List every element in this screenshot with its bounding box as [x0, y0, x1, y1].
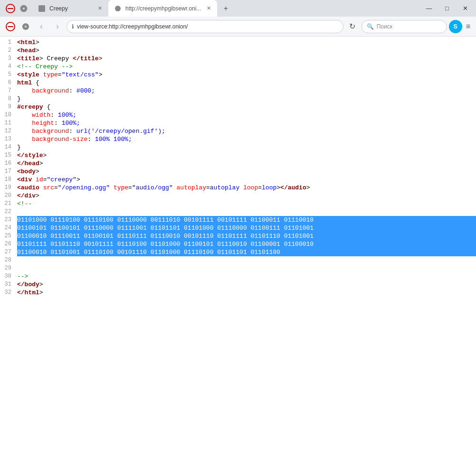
line-content: <html> — [17, 38, 476, 47]
reload-button[interactable]: ↻ — [345, 19, 360, 34]
line-number: 20 — [0, 192, 17, 200]
source-line-29: 29 — [0, 264, 476, 272]
content-area: 1<html>2<head>3<title> Creepy </title>4<… — [0, 37, 476, 468]
line-content: height: 100%; — [17, 119, 476, 127]
svg-point-2 — [23, 8, 25, 9]
line-number: 13 — [0, 135, 17, 143]
line-content: <body> — [17, 168, 476, 176]
line-number: 24 — [0, 224, 17, 232]
titlebar: Creepy ✕ http://creepymhpgibsewr.oni... … — [0, 0, 476, 17]
line-number: 29 — [0, 264, 17, 272]
nav-extension-icon[interactable] — [19, 20, 32, 33]
line-number: 27 — [0, 248, 17, 256]
tab-creepy-inactive[interactable]: Creepy ✕ — [32, 0, 108, 17]
close-button[interactable]: ✕ — [458, 3, 472, 14]
tab-url-active[interactable]: http://creepymhpgibsewr.oni... ✕ — [108, 0, 217, 17]
line-content: <audio src="/opening.ogg" type="audio/og… — [17, 184, 476, 192]
navbar: ‹ › ℹ view-source:http://creepymhpgibsew… — [0, 17, 476, 37]
source-line-28: 28 — [0, 256, 476, 264]
address-bar[interactable]: ℹ view-source:http://creepymhpgibsewr.on… — [67, 20, 343, 33]
line-number: 17 — [0, 168, 17, 176]
line-content: } — [17, 143, 476, 151]
line-content: 01100010 01110011 01100101 01110111 0111… — [17, 232, 476, 240]
source-line-3: 3<title> Creepy </title> — [0, 55, 476, 63]
svg-rect-3 — [38, 5, 45, 12]
line-content: background: #000; — [17, 87, 476, 95]
svg-point-7 — [25, 26, 27, 28]
source-line-14: 14} — [0, 143, 476, 151]
source-line-10: 10 width: 100%; — [0, 111, 476, 119]
source-line-15: 15</style> — [0, 151, 476, 159]
source-line-18: 18<div id="creepy"> — [0, 176, 476, 184]
line-number: 21 — [0, 200, 17, 208]
menu-button[interactable]: ≡ — [464, 20, 472, 33]
search-bar[interactable]: 🔍 Поиск — [362, 20, 447, 33]
address-text: view-source:http://creepymhpgibsewr.onio… — [77, 23, 338, 30]
tab-title-creepy: Creepy — [49, 5, 92, 12]
skype-icon[interactable]: S — [449, 20, 462, 33]
line-content — [17, 256, 476, 264]
line-content: <title> Creepy </title> — [17, 55, 476, 63]
svg-point-4 — [115, 6, 121, 11]
line-content: width: 100%; — [17, 111, 476, 119]
favicon-creepy — [38, 5, 46, 12]
line-content: 01100101 01100101 01110000 01111001 0110… — [17, 224, 476, 232]
line-content — [17, 208, 476, 216]
new-tab-button[interactable]: + — [219, 2, 232, 15]
line-number: 14 — [0, 143, 17, 151]
line-content: background: url('/creepy/open.gif'); — [17, 127, 476, 135]
search-placeholder: Поиск — [377, 23, 392, 30]
back-button[interactable]: ‹ — [34, 19, 48, 34]
source-line-2: 2<head> — [0, 47, 476, 55]
line-content: </html> — [17, 289, 476, 297]
line-number: 1 — [0, 38, 17, 47]
blocked-icon — [4, 2, 17, 15]
search-icon: 🔍 — [367, 23, 374, 30]
line-number: 3 — [0, 55, 17, 63]
favicon-url — [114, 5, 122, 12]
line-number: 5 — [0, 71, 17, 79]
source-line-24: 2401100101 01100101 01110000 01111001 01… — [0, 224, 476, 232]
tab-close-creepy[interactable]: ✕ — [96, 5, 104, 12]
line-number: 31 — [0, 281, 17, 289]
source-line-21: 21<!-- — [0, 200, 476, 208]
source-line-17: 17<body> — [0, 168, 476, 176]
line-content: 01101000 01110100 01110100 01110000 0011… — [17, 216, 476, 224]
forward-button[interactable]: › — [50, 19, 65, 34]
window-controls: — □ ✕ — [422, 3, 472, 14]
line-content: <div id="creepy"> — [17, 176, 476, 184]
line-content — [17, 264, 476, 272]
source-line-11: 11 height: 100%; — [0, 119, 476, 127]
line-content: </head> — [17, 159, 476, 168]
line-content: </div> — [17, 192, 476, 200]
line-number: 7 — [0, 87, 17, 95]
maximize-button[interactable]: □ — [440, 3, 454, 14]
info-icon: ℹ — [72, 23, 74, 30]
line-number: 6 — [0, 79, 17, 87]
source-line-31: 31</body> — [0, 281, 476, 289]
source-line-16: 16</head> — [0, 159, 476, 168]
source-line-6: 6html { — [0, 79, 476, 87]
source-view[interactable]: 1<html>2<head>3<title> Creepy </title>4<… — [0, 37, 476, 468]
source-line-9: 9#creepy { — [0, 103, 476, 111]
source-line-32: 32</html> — [0, 289, 476, 297]
line-number: 2 — [0, 47, 17, 55]
line-number: 4 — [0, 63, 17, 71]
extension-icon[interactable] — [17, 2, 30, 15]
line-number: 11 — [0, 119, 17, 127]
source-line-13: 13 background-size: 100% 100%; — [0, 135, 476, 143]
nav-blocked-icon[interactable] — [4, 20, 17, 33]
tab-title-url: http://creepymhpgibsewr.oni... — [125, 5, 201, 12]
line-number: 9 — [0, 103, 17, 111]
tab-close-url[interactable]: ✕ — [205, 5, 212, 12]
line-number: 30 — [0, 272, 17, 281]
source-line-22: 22 — [0, 208, 476, 216]
source-line-5: 5<style type="text/css"> — [0, 71, 476, 79]
source-line-30: 30--> — [0, 272, 476, 281]
minimize-button[interactable]: — — [422, 3, 436, 14]
line-content: html { — [17, 79, 476, 87]
line-content: <!-- — [17, 200, 476, 208]
source-line-20: 20</div> — [0, 192, 476, 200]
source-line-7: 7 background: #000; — [0, 87, 476, 95]
source-line-25: 2501100010 01110011 01100101 01110111 01… — [0, 232, 476, 240]
